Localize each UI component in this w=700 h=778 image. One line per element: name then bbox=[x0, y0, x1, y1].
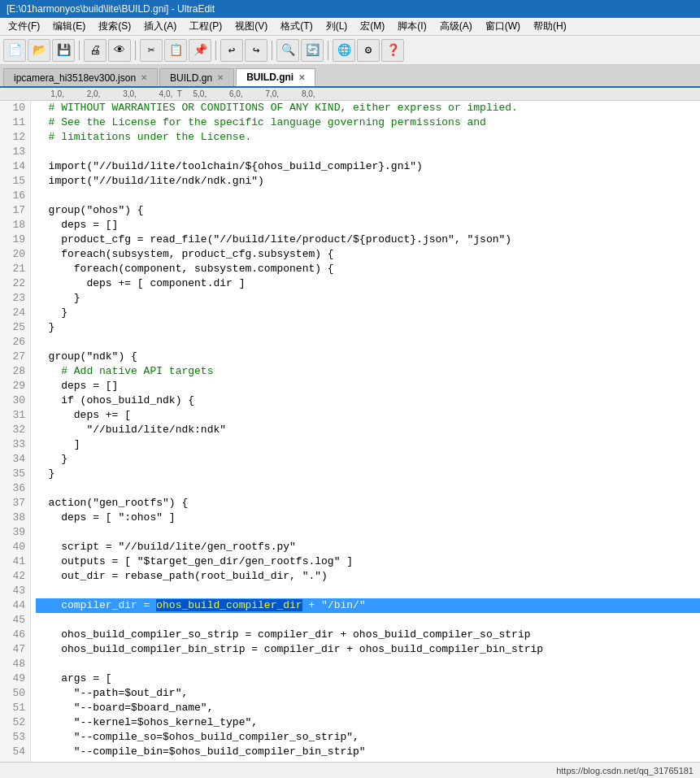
code-content[interactable]: # WITHOUT WARRANTIES OR CONDITIONS OF AN… bbox=[31, 101, 700, 762]
line-number: 10 bbox=[5, 101, 25, 115]
code-line[interactable]: } bbox=[36, 467, 700, 481]
code-line[interactable]: action("gen_rootfs") { bbox=[36, 496, 700, 511]
code-line[interactable]: } bbox=[36, 291, 700, 306]
code-line[interactable] bbox=[36, 189, 700, 203]
preview-button[interactable]: 👁 bbox=[108, 39, 131, 62]
code-line[interactable]: deps = [ ":ohos" ] bbox=[36, 511, 700, 525]
code-line[interactable]: deps = [] bbox=[36, 379, 700, 393]
line-number: 23 bbox=[5, 291, 25, 306]
menu-window[interactable]: 窗口(W) bbox=[480, 18, 525, 35]
code-line[interactable]: } bbox=[36, 452, 700, 467]
menu-insert[interactable]: 插入(A) bbox=[139, 18, 181, 35]
code-line[interactable]: "--path=$out_dir", bbox=[36, 686, 700, 701]
line-number: 38 bbox=[5, 511, 25, 525]
replace-button[interactable]: 🔄 bbox=[301, 39, 324, 62]
redo-button[interactable]: ↪ bbox=[245, 39, 267, 62]
sep1 bbox=[79, 41, 80, 60]
code-line[interactable]: "--kernel=$ohos_kernel_type", bbox=[36, 715, 700, 730]
code-line[interactable]: foreach(component, subsystem.component) … bbox=[36, 262, 700, 276]
code-line[interactable]: ohos_build_compiler_so_strip = compiler_… bbox=[36, 628, 700, 642]
tab-0-close[interactable]: ✕ bbox=[141, 73, 147, 82]
sep2 bbox=[135, 41, 136, 60]
line-number: 22 bbox=[5, 276, 25, 291]
code-line[interactable]: deps += [ bbox=[36, 408, 700, 423]
paste-button[interactable]: 📌 bbox=[189, 39, 211, 62]
code-line[interactable]: } bbox=[36, 320, 700, 335]
new-button[interactable]: 📄 bbox=[3, 39, 26, 62]
help-icon-button[interactable]: ❓ bbox=[381, 39, 404, 62]
find-button[interactable]: 🔍 bbox=[276, 39, 299, 62]
print-button[interactable]: 🖨 bbox=[84, 39, 107, 62]
menu-help[interactable]: 帮助(H) bbox=[528, 18, 572, 35]
open-button[interactable]: 📂 bbox=[28, 39, 50, 62]
save-button[interactable]: 💾 bbox=[52, 39, 75, 62]
code-line[interactable]: script = "//build/lite/gen_rootfs.py" bbox=[36, 540, 700, 554]
tab-1-label: BUILD.gn bbox=[170, 72, 212, 84]
line-number: 43 bbox=[5, 584, 25, 598]
globe-button[interactable]: 🌐 bbox=[333, 39, 355, 62]
menu-file[interactable]: 文件(F) bbox=[3, 18, 45, 35]
line-number: 30 bbox=[5, 393, 25, 408]
code-line[interactable] bbox=[36, 584, 700, 598]
code-line[interactable]: # See the License for the specific langu… bbox=[36, 115, 700, 130]
code-line[interactable]: if (ohos_build_ndk) { bbox=[36, 393, 700, 408]
menu-search[interactable]: 搜索(S) bbox=[93, 18, 136, 35]
line-number: 42 bbox=[5, 569, 25, 584]
cut-button[interactable]: ✂ bbox=[140, 39, 163, 62]
tab-0[interactable]: ipcamera_hi3518ev300.json ✕ bbox=[3, 68, 158, 86]
status-text: https://blog.csdn.net/qq_31765181 bbox=[556, 766, 693, 776]
code-line[interactable] bbox=[36, 145, 700, 159]
code-line[interactable] bbox=[36, 481, 700, 496]
status-bar: https://blog.csdn.net/qq_31765181 bbox=[0, 762, 700, 778]
menu-project[interactable]: 工程(P) bbox=[185, 18, 227, 35]
code-line[interactable]: product_cfg = read_file("//build/lite/pr… bbox=[36, 233, 700, 247]
tab-2-close[interactable]: ✕ bbox=[298, 73, 305, 82]
tab-1-close[interactable]: ✕ bbox=[217, 73, 224, 82]
code-line[interactable]: group("ohos") { bbox=[36, 203, 700, 218]
code-line[interactable]: ohos_build_compiler_bin_strip = compiler… bbox=[36, 642, 700, 657]
code-line[interactable]: out_dir = rebase_path(root_build_dir, ".… bbox=[36, 569, 700, 584]
line-number: 35 bbox=[5, 467, 25, 481]
code-line[interactable]: foreach(subsystem, product_cfg.subsystem… bbox=[36, 247, 700, 262]
code-line[interactable]: "//build/lite/ndk:ndk" bbox=[36, 423, 700, 437]
line-number: 37 bbox=[5, 496, 25, 511]
code-line[interactable]: } bbox=[36, 306, 700, 320]
line-number: 14 bbox=[5, 159, 25, 174]
tab-1[interactable]: BUILD.gn ✕ bbox=[159, 68, 234, 86]
sep3 bbox=[215, 41, 216, 60]
code-line[interactable]: import("//build/lite/toolchain/${ohos_bu… bbox=[36, 159, 700, 174]
copy-button[interactable]: 📋 bbox=[164, 39, 187, 62]
undo-button[interactable]: ↩ bbox=[220, 39, 243, 62]
code-line[interactable]: deps = [] bbox=[36, 218, 700, 233]
code-line[interactable]: args = [ bbox=[36, 672, 700, 686]
menu-view[interactable]: 视图(V) bbox=[230, 18, 272, 35]
code-line[interactable]: deps += [ component.dir ] bbox=[36, 276, 700, 291]
code-line[interactable]: import("//build/lite/ndk/ndk.gni") bbox=[36, 174, 700, 189]
line-number: 24 bbox=[5, 306, 25, 320]
code-line[interactable]: "--compile_bin=$ohos_build_compiler_bin_… bbox=[36, 745, 700, 759]
menu-advanced[interactable]: 高级(A) bbox=[435, 18, 477, 35]
settings-button[interactable]: ⚙ bbox=[357, 39, 380, 62]
code-line[interactable]: "--compile_so=$ohos_build_compiler_so_st… bbox=[36, 730, 700, 745]
line-number: 54 bbox=[5, 745, 25, 759]
menu-column[interactable]: 列(L) bbox=[321, 18, 353, 35]
code-line[interactable]: # WITHOUT WARRANTIES OR CONDITIONS OF AN… bbox=[36, 101, 700, 115]
code-line[interactable]: group("ndk") { bbox=[36, 350, 700, 364]
code-line[interactable] bbox=[36, 335, 700, 350]
menu-edit[interactable]: 编辑(E) bbox=[48, 18, 90, 35]
title-bar: [E:\01harmonyos\build\lite\BUILD.gni] - … bbox=[0, 0, 700, 18]
menu-script[interactable]: 脚本(I) bbox=[393, 18, 431, 35]
code-line[interactable]: outputs = [ "$target_gen_dir/gen_rootfs.… bbox=[36, 554, 700, 569]
code-line[interactable] bbox=[36, 525, 700, 540]
code-line[interactable]: ] bbox=[36, 437, 700, 452]
menu-macro[interactable]: 宏(M) bbox=[355, 18, 389, 35]
code-line[interactable] bbox=[36, 657, 700, 672]
menu-format[interactable]: 格式(T) bbox=[276, 18, 317, 35]
line-number: 12 bbox=[5, 130, 25, 145]
tab-2[interactable]: BUILD.gni ✕ bbox=[236, 68, 315, 86]
code-line[interactable]: compiler_dir = ohos_build_compiler_dir +… bbox=[36, 598, 700, 613]
code-line[interactable]: # limitations under the License. bbox=[36, 130, 700, 145]
code-line[interactable]: "--board=$board_name", bbox=[36, 701, 700, 715]
code-line[interactable]: # Add native API targets bbox=[36, 364, 700, 379]
code-line[interactable] bbox=[36, 613, 700, 628]
